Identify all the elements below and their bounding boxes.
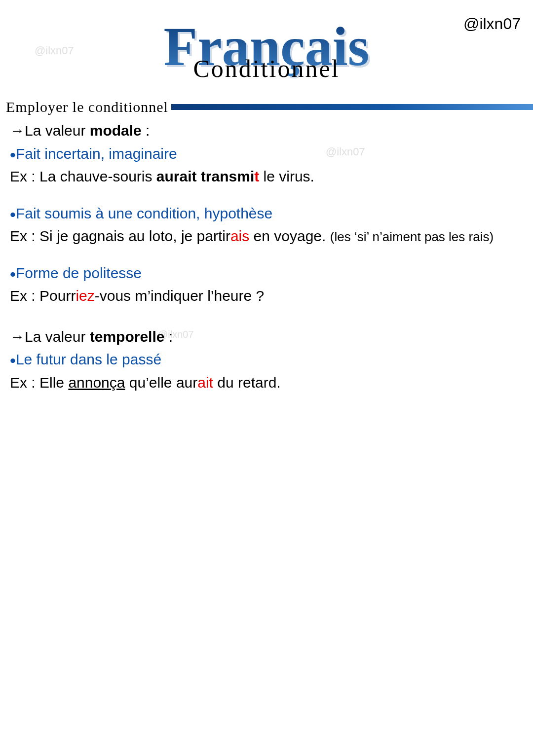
example-text: Ex : La chauve-souris aurait transmit le… (10, 167, 523, 187)
bullet-heading: •Le futur dans le passé (10, 350, 523, 370)
modal-heading: →La valeur modale : (10, 121, 523, 141)
section-title: Employer le conditionnel (6, 99, 171, 115)
example-text: Ex : Pourriez-vous m’indiquer l’heure ? (10, 286, 523, 306)
bullet-heading: •Fait soumis à une condition, hypothèse (10, 204, 523, 224)
example-text: Ex : Elle annonça qu’elle aurait du reta… (10, 373, 523, 393)
example-text: Ex : Si je gagnais au loto, je partirais… (10, 226, 523, 247)
title-hero: Français Français Conditionnel (0, 10, 533, 99)
section-header: Employer le conditionnel (6, 99, 533, 115)
content-body: →La valeur modale : •Fait incertain, ima… (10, 121, 523, 396)
hero-subtitle: Conditionnel (193, 55, 340, 82)
section-divider (171, 104, 533, 110)
bullet-heading: •Forme de politesse (10, 263, 523, 284)
temporal-heading: →La valeur temporelle : (10, 327, 523, 347)
bullet-heading: •Fait incertain, imaginaire (10, 144, 523, 164)
